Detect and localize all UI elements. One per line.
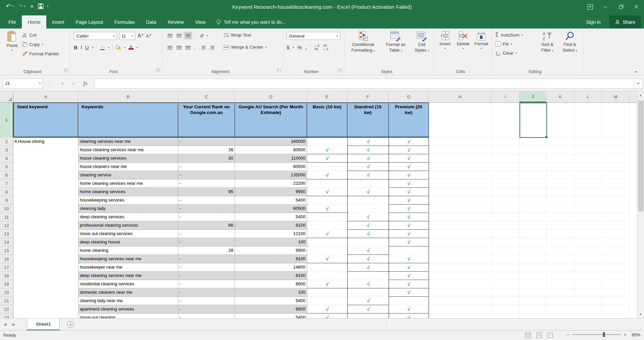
tab-file[interactable]: File xyxy=(3,15,22,29)
cell-K7[interactable] xyxy=(547,179,574,188)
cell-H19[interactable] xyxy=(429,280,491,288)
cell-A2[interactable]: 4.House clining xyxy=(13,137,78,146)
cell-E15[interactable] xyxy=(307,246,347,255)
tab-home[interactable]: Home xyxy=(22,15,46,29)
cell-L2[interactable] xyxy=(574,137,602,146)
cell-D5[interactable]: 60500 xyxy=(235,163,307,171)
normal-view-icon[interactable] xyxy=(525,332,531,338)
fill-button[interactable]: ↓ Fill ▾ xyxy=(495,41,512,47)
cell-B8[interactable]: home cleaning services xyxy=(78,188,178,196)
insert-cells-button[interactable]: Insert ▾ xyxy=(437,31,453,50)
cell-G4[interactable]: √ xyxy=(389,154,429,163)
cell-K8[interactable] xyxy=(547,188,574,196)
merge-center-button[interactable]: Merge & Center ▾ xyxy=(224,45,266,50)
cell-F4[interactable]: √ xyxy=(347,154,389,163)
cell-K15[interactable] xyxy=(547,246,574,255)
cell-E5[interactable] xyxy=(307,163,347,171)
restore-icon[interactable] xyxy=(613,0,629,13)
cell-G22[interactable]: √ xyxy=(389,305,429,314)
cell-E7[interactable] xyxy=(307,179,347,188)
number-format-select[interactable]: General▾ xyxy=(287,32,340,40)
percent-button[interactable]: % xyxy=(297,45,302,50)
cell-B10[interactable]: cleaning lady xyxy=(78,205,178,213)
cell-E9[interactable] xyxy=(307,196,347,205)
cell-K13[interactable] xyxy=(547,230,574,238)
cell-A4[interactable] xyxy=(13,154,78,163)
cell-I14[interactable] xyxy=(491,238,519,246)
cell-A14[interactable] xyxy=(13,238,78,246)
cell-J4[interactable] xyxy=(519,154,547,163)
cell-D8[interactable]: 9900 xyxy=(235,188,307,196)
cell-E17[interactable] xyxy=(307,263,347,272)
column-header-K[interactable]: K xyxy=(547,91,574,102)
cell-F11[interactable]: √ xyxy=(347,213,389,221)
cell-A22[interactable] xyxy=(13,305,78,314)
cell-I20[interactable] xyxy=(491,288,519,297)
cell-C20[interactable]: - xyxy=(178,288,235,297)
cell-H14[interactable] xyxy=(429,238,491,246)
cell-J6[interactable] xyxy=(519,171,547,179)
cell-M16[interactable] xyxy=(602,255,630,263)
cell-L7[interactable] xyxy=(574,179,602,188)
row-header-11[interactable]: 11 xyxy=(0,213,13,221)
clipboard-dialog-launcher-icon[interactable]: ↘ xyxy=(64,69,68,73)
cell-B2[interactable]: cleaning services near me xyxy=(78,137,178,146)
cell-D18[interactable]: 8100 xyxy=(235,272,307,280)
clear-button[interactable]: Clear ▾ xyxy=(495,51,517,56)
cell-I21[interactable] xyxy=(491,297,519,305)
cell-G7[interactable]: √ xyxy=(389,179,429,188)
cell-L5[interactable] xyxy=(574,163,602,171)
cell-M20[interactable] xyxy=(602,288,630,297)
cell-B7[interactable]: home cleaning services near me xyxy=(78,179,178,188)
sheet-nav-right-icon[interactable]: ▶ xyxy=(10,322,17,327)
conditional-formatting-button[interactable]: ≠ Conditional Formatting ▾ xyxy=(346,31,380,53)
formula-bar-expand-icon[interactable]: ▼ xyxy=(634,78,643,89)
cell-B3[interactable]: house cleaning services near me xyxy=(78,146,178,154)
cell-L20[interactable] xyxy=(574,288,602,297)
cell-F6[interactable]: √ xyxy=(347,171,389,179)
cell-E20[interactable] xyxy=(307,288,347,297)
cell-J16[interactable] xyxy=(519,255,547,263)
font-size-select[interactable]: 11▾ xyxy=(119,32,135,40)
cell-H10[interactable] xyxy=(429,205,491,213)
tab-insert[interactable]: Insert xyxy=(46,15,70,29)
align-center-icon[interactable] xyxy=(175,44,183,51)
cell-D3[interactable]: 60500 xyxy=(235,146,307,154)
cell-D14[interactable]: 100 xyxy=(235,238,307,246)
cell-L17[interactable] xyxy=(574,263,602,272)
cell-G6[interactable]: √ xyxy=(389,171,429,179)
cell-J22[interactable] xyxy=(519,305,547,314)
column-header-H[interactable]: H xyxy=(429,91,491,102)
cell-D11[interactable]: 5400 xyxy=(235,213,307,221)
cell-E10[interactable]: √ xyxy=(307,205,347,213)
cell-A16[interactable] xyxy=(13,255,78,263)
cell-B18[interactable]: deep cleaning services near me xyxy=(78,272,178,280)
cell-I17[interactable] xyxy=(491,263,519,272)
cell-A21[interactable] xyxy=(13,297,78,305)
cell-I4[interactable] xyxy=(491,154,519,163)
column-header-C[interactable]: C xyxy=(178,91,235,102)
cell-L10[interactable] xyxy=(574,205,602,213)
cell-C13[interactable]: - xyxy=(178,230,235,238)
cell-E23[interactable]: √ xyxy=(307,314,347,318)
cell-M19[interactable] xyxy=(602,280,630,288)
cell-E14[interactable] xyxy=(307,238,347,246)
row-header-1[interactable]: 1 xyxy=(0,103,13,137)
tab-review[interactable]: Review xyxy=(162,15,190,29)
column-header-L[interactable]: L xyxy=(574,91,602,102)
tell-me-box[interactable]: Tell me what you want to do... xyxy=(216,15,286,29)
cell-E3[interactable]: √ xyxy=(307,146,347,154)
cell-L11[interactable] xyxy=(574,213,602,221)
cell-A23[interactable] xyxy=(13,314,78,318)
cell-B6[interactable]: cleaning service xyxy=(78,171,178,179)
cell-K17[interactable] xyxy=(547,263,574,272)
font-color-dropdown-icon[interactable]: ▾ xyxy=(137,46,138,49)
header-cell-search[interactable]: Google AU Search (Per Month Estimate) xyxy=(235,103,307,137)
cell-J9[interactable] xyxy=(519,196,547,205)
row-header-12[interactable]: 12 xyxy=(0,221,13,230)
decrease-font-icon[interactable]: A▼ xyxy=(146,34,152,39)
cell-F5[interactable]: √ xyxy=(347,163,389,171)
cell-A17[interactable] xyxy=(13,263,78,272)
cell-H6[interactable] xyxy=(429,171,491,179)
alignment-dialog-launcher-icon[interactable]: ↘ xyxy=(278,69,281,73)
